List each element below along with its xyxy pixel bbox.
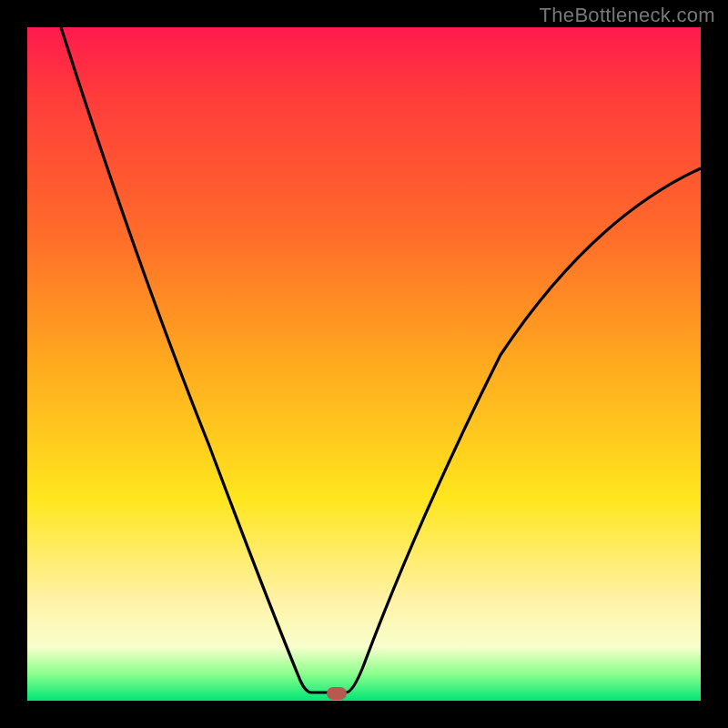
watermark-text: TheBottleneck.com (540, 4, 715, 27)
plot-area (27, 27, 701, 701)
curve-path (61, 27, 701, 693)
minimum-marker (327, 687, 347, 700)
bottleneck-curve (27, 27, 701, 701)
chart-frame: TheBottleneck.com (0, 0, 728, 728)
